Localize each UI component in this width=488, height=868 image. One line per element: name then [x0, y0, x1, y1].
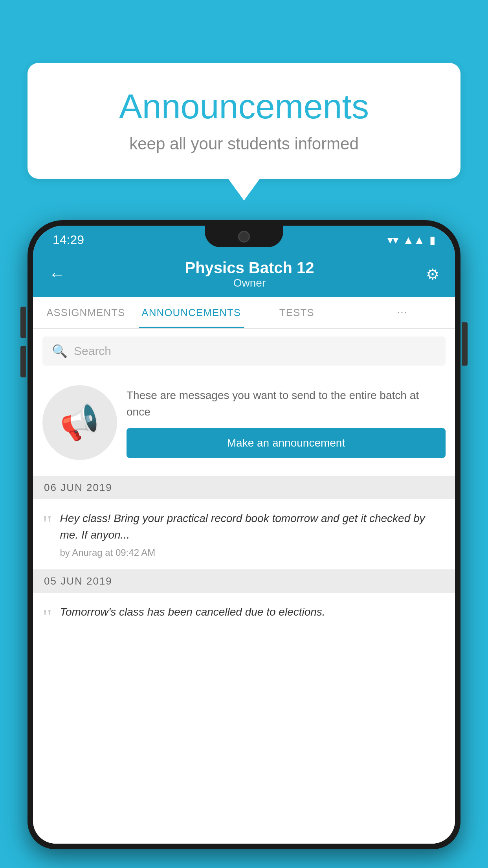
announcement-text-group-2: Tomorrow's class has been cancelled due …	[60, 604, 446, 624]
promo-description: These are messages you want to send to t…	[127, 387, 446, 420]
volume-up-button[interactable]	[20, 307, 26, 338]
announcement-text-1: Hey class! Bring your practical record b…	[60, 510, 446, 543]
app-bar-title: Physics Batch 12	[73, 259, 426, 277]
quote-icon-1: "	[42, 512, 52, 535]
volume-down-button[interactable]	[20, 346, 26, 377]
date-separator-1: 06 JUN 2019	[33, 476, 455, 499]
phone-notch	[205, 226, 283, 247]
status-time: 14:29	[53, 233, 84, 247]
phone-mockup: 14:29 ▾▾ ▲▲ ▮ ← Physics Batch 12 Owner ⚙	[28, 220, 460, 868]
announcement-meta-1: by Anurag at 09:42 AM	[60, 547, 446, 558]
announcement-item-1[interactable]: " Hey class! Bring your practical record…	[33, 499, 455, 570]
date-separator-2: 05 JUN 2019	[33, 570, 455, 593]
app-bar-subtitle: Owner	[73, 277, 426, 289]
speech-bubble-subtitle: keep all your students informed	[59, 134, 429, 153]
back-button[interactable]: ←	[49, 265, 65, 284]
app-bar: ← Physics Batch 12 Owner ⚙	[33, 251, 455, 297]
app-bar-title-group: Physics Batch 12 Owner	[73, 259, 426, 289]
search-placeholder-text: Search	[74, 344, 111, 358]
front-camera	[238, 231, 250, 243]
power-button[interactable]	[462, 322, 468, 366]
quote-icon-2: "	[42, 605, 52, 629]
phone-screen: 14:29 ▾▾ ▲▲ ▮ ← Physics Batch 12 Owner ⚙	[33, 226, 455, 844]
tab-more[interactable]: ⋯	[350, 297, 455, 328]
search-bar[interactable]: 🔍 Search	[42, 337, 446, 366]
search-icon: 🔍	[52, 344, 68, 359]
speech-bubble-section: Announcements keep all your students inf…	[28, 63, 460, 200]
promo-right: These are messages you want to send to t…	[127, 387, 446, 458]
announcement-item-2[interactable]: " Tomorrow's class has been cancelled du…	[33, 593, 455, 640]
speech-bubble-tail	[228, 179, 260, 200]
tab-announcements[interactable]: ANNOUNCEMENTS	[139, 297, 244, 328]
megaphone-icon: 📢	[56, 400, 104, 446]
announcement-promo-section: 📢 These are messages you want to send to…	[33, 373, 455, 476]
tab-assignments[interactable]: ASSIGNMENTS	[33, 297, 139, 328]
speech-bubble-title: Announcements	[59, 86, 429, 127]
signal-icon: ▲▲	[403, 234, 425, 246]
content-area: 🔍 Search 📢 These are messages you want t…	[33, 329, 455, 844]
settings-button[interactable]: ⚙	[426, 266, 439, 283]
status-icons: ▾▾ ▲▲ ▮	[387, 234, 435, 246]
wifi-icon: ▾▾	[387, 234, 398, 246]
announcement-text-2: Tomorrow's class has been cancelled due …	[60, 604, 446, 620]
promo-icon-circle: 📢	[42, 385, 117, 460]
tab-tests[interactable]: TESTS	[244, 297, 350, 328]
make-announcement-button[interactable]: Make an announcement	[127, 428, 446, 458]
battery-icon: ▮	[429, 234, 435, 246]
speech-bubble-card: Announcements keep all your students inf…	[28, 63, 460, 179]
announcement-text-group-1: Hey class! Bring your practical record b…	[60, 510, 446, 558]
tab-bar: ASSIGNMENTS ANNOUNCEMENTS TESTS ⋯	[33, 297, 455, 329]
